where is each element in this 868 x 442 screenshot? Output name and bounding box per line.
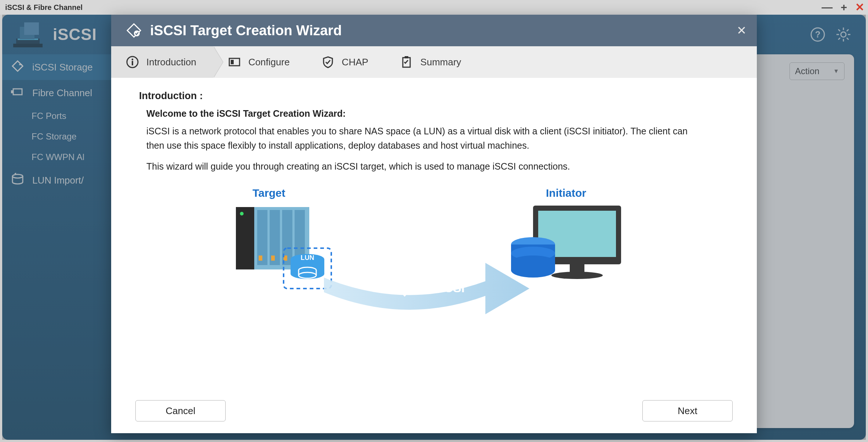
svg-text:iSCSI: iSCSI (432, 281, 465, 295)
step-introduction[interactable]: Introduction (111, 46, 213, 78)
diagram-initiator-label: Initiator (546, 187, 586, 199)
svg-point-56 (551, 272, 603, 279)
modal-overlay: iSCSI Target Creation Wizard ✕ Introduct… (2, 15, 866, 440)
intro-heading: Introduction : (139, 90, 729, 102)
wizard-title-bar: iSCSI Target Creation Wizard ✕ (111, 15, 757, 46)
step-label: Introduction (146, 57, 196, 68)
wizard-footer: Cancel Next (111, 393, 757, 433)
svg-rect-27 (231, 60, 234, 64)
shield-icon (321, 55, 335, 69)
minimize-button[interactable]: — (821, 2, 832, 13)
svg-point-24 (132, 59, 134, 61)
step-chap[interactable]: CHAP (307, 46, 385, 78)
svg-rect-30 (236, 207, 254, 269)
intro-welcome: Welcome to the iSCSI Target Creation Wiz… (139, 108, 729, 119)
svg-rect-38 (271, 256, 275, 261)
close-button[interactable]: ✕ (855, 2, 864, 13)
diagram-target-label: Target (252, 187, 285, 199)
configure-icon (228, 55, 241, 69)
wizard-dialog: iSCSI Target Creation Wizard ✕ Introduct… (111, 15, 757, 433)
wizard-icon (126, 22, 142, 39)
step-label: Configure (248, 57, 290, 68)
close-icon[interactable]: ✕ (737, 23, 747, 37)
wizard-title: iSCSI Target Creation Wizard (150, 23, 342, 39)
window-title: iSCSI & Fibre Channel (4, 3, 83, 12)
intro-paragraph-1: iSCSI is a network protocol that enables… (139, 124, 697, 153)
svg-text:LUN: LUN (301, 254, 314, 261)
svg-rect-37 (259, 256, 262, 261)
svg-point-31 (240, 212, 244, 215)
wizard-steps: Introduction Configure CHAP Summary (111, 46, 757, 78)
svg-marker-50 (398, 281, 411, 296)
step-label: CHAP (342, 57, 368, 68)
info-icon (126, 55, 139, 69)
cancel-button[interactable]: Cancel (135, 400, 226, 421)
svg-rect-25 (132, 61, 133, 65)
intro-paragraph-2: This wizard will guide you through creat… (139, 159, 697, 174)
svg-rect-29 (405, 56, 408, 58)
step-configure[interactable]: Configure (213, 46, 307, 78)
intro-diagram: Target LUN (139, 186, 729, 333)
window-titlebar: iSCSI & Fibre Channel — + ✕ (0, 0, 868, 15)
next-button[interactable]: Next (642, 400, 733, 421)
step-summary[interactable]: Summary (385, 46, 478, 78)
maximize-button[interactable]: + (840, 2, 847, 13)
svg-point-61 (511, 256, 555, 269)
summary-icon (400, 55, 413, 69)
step-label: Summary (420, 57, 461, 68)
